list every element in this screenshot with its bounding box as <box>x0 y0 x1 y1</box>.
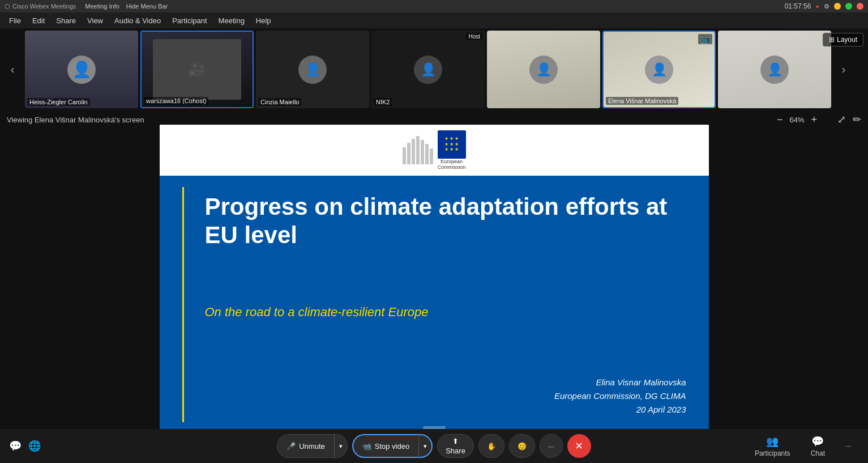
avatar-4: 👤 <box>414 56 442 84</box>
title-bar: ⬡ Cisco Webex Meetings Meeting Info Hide… <box>0 0 868 12</box>
stop-video-main-btn[interactable]: 📹 Stop video <box>352 434 418 458</box>
win-max-btn[interactable] <box>845 3 852 10</box>
settings-icon[interactable]: ⚙ <box>824 3 829 10</box>
reactions-btn[interactable]: 😊 <box>509 434 535 458</box>
sharing-bar-right: ⤢ ✏ <box>837 113 861 126</box>
menu-share[interactable]: Share <box>52 15 80 26</box>
participant-video-3: 👤 <box>256 31 369 108</box>
menu-participant[interactable]: Participant <box>168 15 211 26</box>
building-col-4 <box>416 136 420 164</box>
unmute-main-btn[interactable]: 🎤 Unmute <box>277 434 334 458</box>
menu-file[interactable]: File <box>5 15 25 26</box>
slide-title-area: Progress on climate adaptation efforts a… <box>194 193 686 250</box>
annotation-icon[interactable]: ✏ <box>853 113 861 126</box>
slide-title: Progress on climate adaptation efforts a… <box>205 193 686 250</box>
slide-author-area: Elina Visnar Malinovska European Commiss… <box>194 376 686 417</box>
menu-audio-video[interactable]: Audio & Video <box>110 15 165 26</box>
bottom-right-icons: 👥 Participants 💬 Chat ··· <box>747 434 859 458</box>
eu-logo: ★ ★ ★★ ★ ★★ ★ ★ EuropeanCommission <box>403 130 466 170</box>
unmute-label: Unmute <box>299 442 325 451</box>
zoom-in-btn[interactable]: + <box>809 114 819 126</box>
win-close-btn[interactable] <box>857 3 863 10</box>
participants-btn[interactable]: 👥 Participants <box>747 434 798 458</box>
win-min-btn[interactable] <box>834 3 841 10</box>
ec-label: EuropeanCommission <box>438 159 466 170</box>
participants-label: Participants <box>755 449 790 457</box>
reactions-icon: 😊 <box>518 442 527 451</box>
globe-btn[interactable]: 🌐 <box>28 440 41 452</box>
cisco-icon: ⬡ <box>5 3 10 10</box>
hide-menu-btn[interactable]: Hide Menu Bar <box>126 3 168 10</box>
hand-icon: ✋ <box>487 442 496 451</box>
building-graphic <box>403 136 433 164</box>
layout-label: Layout <box>837 36 857 44</box>
avatar-7: 👤 <box>760 56 789 84</box>
slide-body: Progress on climate adaptation efforts a… <box>160 176 709 434</box>
share-label: Share <box>446 447 465 455</box>
unmute-caret-btn[interactable]: ▾ <box>334 434 348 458</box>
participant-thumb-6[interactable]: 👤 Elena Višnar Malinovská 📺 <box>602 31 716 108</box>
meeting-info-link[interactable]: Meeting Info <box>85 3 119 10</box>
eu-emblem: ★ ★ ★★ ★ ★★ ★ ★ <box>438 130 466 159</box>
participant-thumb-5[interactable]: 👤 <box>487 31 600 108</box>
slide-organization: European Commission, DG CLIMA <box>194 389 686 403</box>
avatar-3: 👤 <box>298 56 327 84</box>
layout-icon: ⊞ <box>829 36 835 44</box>
avatar-5: 👤 <box>529 56 558 84</box>
left-arrow-icon: ‹ <box>11 63 15 76</box>
participant-name-4: NIK2 <box>374 98 392 106</box>
eu-emblem-group: ★ ★ ★★ ★ ★★ ★ ★ EuropeanCommission <box>438 130 466 170</box>
title-bar-right: 01:57:56 ● ⚙ <box>785 2 863 10</box>
participant-thumb-3[interactable]: 👤 Cinzia Maiello <box>256 31 369 108</box>
share-btn[interactable]: ⬆ Share <box>437 434 474 458</box>
participant-video-5: 👤 <box>487 31 600 108</box>
slide-date: 20 April 2023 <box>194 403 686 417</box>
strip-prev-btn[interactable]: ‹ <box>2 31 23 108</box>
building-col-6 <box>425 144 429 164</box>
zoom-controls: − 64% + <box>775 114 819 126</box>
participant-thumb-7[interactable]: 👤 <box>718 31 831 108</box>
menu-bar: File Edit Share View Audio & Video Parti… <box>0 12 868 28</box>
right-arrow-icon: › <box>842 63 846 76</box>
slide-scroll-hint <box>423 426 446 429</box>
expand-icon[interactable]: ⤢ <box>837 113 846 126</box>
stop-video-label: Stop video <box>375 442 409 451</box>
building-col-2 <box>407 143 411 164</box>
slide-subtitle-area: On the road to a climate-resilient Europ… <box>194 305 686 320</box>
participant-name-2: warszawa16 (Cohost) <box>144 97 208 105</box>
participant-video-2: 🎥 <box>142 32 253 107</box>
caption-btn[interactable]: 💬 <box>9 440 22 452</box>
end-call-btn[interactable]: ✕ <box>567 434 591 458</box>
building-col-7 <box>430 148 433 164</box>
more-btn[interactable]: ··· <box>540 434 563 458</box>
building-col-1 <box>403 147 406 164</box>
main-content-area: ★ ★ ★★ ★ ★★ ★ ★ EuropeanCommission Progr… <box>0 129 868 429</box>
avatar-6: 👤 <box>645 56 673 84</box>
clock: 01:57:56 <box>785 2 811 10</box>
participant-video-7: 👤 <box>718 31 831 108</box>
menu-help[interactable]: Help <box>251 15 276 26</box>
layout-button[interactable]: ⊞ Layout <box>823 33 863 46</box>
raise-hand-btn[interactable]: ✋ <box>478 434 504 458</box>
host-badge: Host <box>466 33 482 40</box>
avatar-cohost: 🎥 <box>153 39 242 99</box>
chat-btn[interactable]: 💬 Chat <box>803 434 833 458</box>
building-col-3 <box>412 139 415 164</box>
slide: ★ ★ ★★ ★ ★★ ★ ★ EuropeanCommission Progr… <box>160 125 709 434</box>
menu-edit[interactable]: Edit <box>28 15 49 26</box>
stop-video-caret-btn[interactable]: ▾ <box>418 434 433 458</box>
menu-view[interactable]: View <box>83 15 108 26</box>
video-chevron-icon: ▾ <box>424 443 427 450</box>
slide-header: ★ ★ ★★ ★ ★★ ★ ★ EuropeanCommission <box>160 125 709 176</box>
more-options-btn[interactable]: ··· <box>837 434 859 458</box>
participant-video-1: 👤 <box>25 31 138 108</box>
participant-thumb-1[interactable]: 👤 Heiss-Ziegler Carolin <box>25 31 138 108</box>
stop-video-btn-group: 📹 Stop video ▾ <box>352 434 433 458</box>
app-logo: ⬡ Cisco Webex Meetings <box>5 3 76 10</box>
slide-author-name: Elina Visnar Malinovska <box>194 376 686 389</box>
participant-thumb-4[interactable]: 👤 NIK2 Host <box>371 31 485 108</box>
zoom-out-btn[interactable]: − <box>775 114 785 126</box>
sharing-status-text: Viewing Elena Višnar Malinovská's screen <box>7 116 144 124</box>
participant-thumb-2[interactable]: 🎥 warszawa16 (Cohost) <box>140 31 254 108</box>
menu-meeting[interactable]: Meeting <box>214 15 249 26</box>
